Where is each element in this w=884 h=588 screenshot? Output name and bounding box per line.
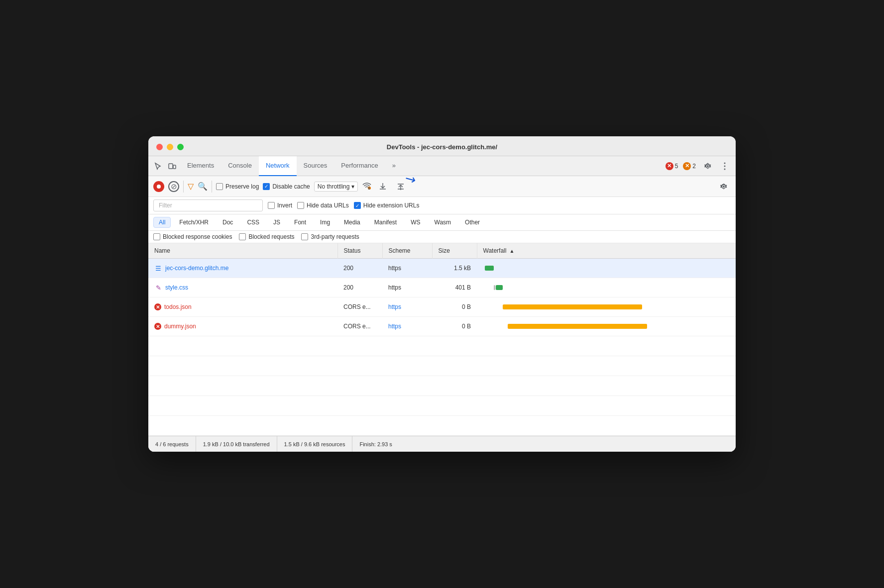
row-name-link[interactable]: style.css xyxy=(165,284,188,291)
error-row-icon: ✕ xyxy=(154,303,161,310)
export-button[interactable]: ↙ xyxy=(394,180,408,194)
tab-more[interactable]: » xyxy=(385,156,403,176)
type-btn-js[interactable]: JS xyxy=(268,217,286,228)
type-btn-media[interactable]: Media xyxy=(338,217,366,228)
throttle-select[interactable]: No throttling ▾ xyxy=(314,182,358,192)
invert-checkbox-box xyxy=(268,202,275,209)
table-row[interactable]: ✕ todos.json CORS e... https 0 B xyxy=(148,297,736,317)
table-empty-row xyxy=(148,396,736,416)
row-name-link[interactable]: dummy.json xyxy=(164,323,196,330)
status-finish: Finish: 2.93 s xyxy=(352,436,399,452)
preserve-log-checkbox-box xyxy=(216,183,223,190)
preserve-log-checkbox[interactable]: Preserve log xyxy=(216,183,259,190)
type-filter-row: All Fetch/XHR Doc CSS JS Font Img Media … xyxy=(148,214,736,231)
svg-point-2 xyxy=(724,162,726,164)
table-header-row: Name Status Scheme Size xyxy=(148,243,736,259)
network-table: Name Status Scheme Size xyxy=(148,243,736,436)
close-button[interactable] xyxy=(156,144,163,150)
row-size: 0 B xyxy=(432,317,477,336)
settings-gear-icon[interactable] xyxy=(701,159,715,173)
col-header-scheme[interactable]: Scheme xyxy=(382,243,432,259)
error-row-icon: ✕ xyxy=(154,323,161,330)
error-badge-red[interactable]: ✕ 5 xyxy=(665,162,678,170)
tab-sources[interactable]: Sources xyxy=(297,156,334,176)
tab-elements[interactable]: Elements xyxy=(180,156,221,176)
hide-data-urls-checkbox-box xyxy=(297,202,304,209)
row-status: 200 xyxy=(337,259,382,278)
import-icon[interactable] xyxy=(376,180,390,194)
blocked-requests-checkbox[interactable]: Blocked requests xyxy=(239,233,294,240)
tabs-bar: Elements Console Network Sources Perform… xyxy=(148,156,736,176)
type-btn-font[interactable]: Font xyxy=(289,217,312,228)
blocked-cookies-checkbox[interactable]: Blocked response cookies xyxy=(153,233,232,240)
doc-icon: ☰ xyxy=(154,264,162,272)
row-status: 200 xyxy=(337,278,382,297)
type-btn-css[interactable]: CSS xyxy=(241,217,265,228)
status-transferred: 1.9 kB / 10.0 kB transferred xyxy=(196,436,277,452)
sort-arrow-icon: ▲ xyxy=(509,248,514,254)
col-header-name[interactable]: Name xyxy=(148,243,337,259)
svg-rect-1 xyxy=(173,165,176,169)
hide-extension-urls-checkbox[interactable]: Hide extension URLs xyxy=(354,202,420,209)
col-header-size[interactable]: Size xyxy=(432,243,477,259)
hide-extension-urls-checkbox-box xyxy=(354,202,361,209)
clear-button[interactable]: ⊘ xyxy=(168,181,179,192)
status-requests: 4 / 6 requests xyxy=(148,436,196,452)
element-picker-icon[interactable] xyxy=(152,160,164,172)
hide-data-urls-checkbox[interactable]: Hide data URLs xyxy=(297,202,349,209)
minimize-button[interactable] xyxy=(167,144,173,150)
type-btn-wasm[interactable]: Wasm xyxy=(429,217,457,228)
tab-performance[interactable]: Performance xyxy=(334,156,385,176)
row-name-link[interactable]: todos.json xyxy=(164,303,192,310)
type-btn-other[interactable]: Other xyxy=(459,217,485,228)
third-party-checkbox[interactable]: 3rd-party requests xyxy=(301,233,359,240)
type-btn-all[interactable]: All xyxy=(153,217,171,228)
row-scheme: https xyxy=(382,259,432,278)
row-scheme: https xyxy=(382,297,432,317)
disable-cache-checkbox[interactable]: Disable cache xyxy=(263,183,310,190)
table-empty-row xyxy=(148,376,736,396)
type-btn-doc[interactable]: Doc xyxy=(217,217,238,228)
svg-rect-0 xyxy=(169,164,173,169)
tabs-right-area: ✕ 5 ✕ 2 xyxy=(665,159,732,173)
type-btn-img[interactable]: Img xyxy=(315,217,335,228)
table-empty-row xyxy=(148,416,736,436)
row-scheme: https xyxy=(382,317,432,336)
error-badge-orange[interactable]: ✕ 2 xyxy=(683,162,696,170)
device-toggle-icon[interactable] xyxy=(166,160,178,172)
type-btn-ws[interactable]: WS xyxy=(405,217,426,228)
disable-cache-checkbox-box xyxy=(263,183,270,190)
row-size: 1.5 kB xyxy=(432,259,477,278)
filter-input[interactable] xyxy=(153,199,263,211)
status-resources: 1.5 kB / 9.6 kB resources xyxy=(277,436,353,452)
filter-row: Invert Hide data URLs Hide extension URL… xyxy=(148,197,736,214)
tab-console[interactable]: Console xyxy=(221,156,259,176)
filter-icon[interactable]: ▽ xyxy=(188,182,194,191)
error-icon-red: ✕ xyxy=(665,162,673,170)
col-header-status[interactable]: Status xyxy=(337,243,382,259)
tab-network[interactable]: Network xyxy=(259,156,297,176)
css-icon: ✎ xyxy=(154,284,162,292)
maximize-button[interactable] xyxy=(177,144,184,150)
invert-checkbox[interactable]: Invert xyxy=(268,202,292,209)
type-btn-fetch[interactable]: Fetch/XHR xyxy=(174,217,214,228)
row-status: CORS e... xyxy=(337,317,382,336)
record-button[interactable] xyxy=(153,181,164,192)
table-row[interactable]: ✎ style.css 200 https 401 B xyxy=(148,278,736,297)
blocked-row: Blocked response cookies Blocked request… xyxy=(148,231,736,243)
table-row[interactable]: ☰ jec-cors-demo.glitch.me 200 https 1.5 … xyxy=(148,259,736,278)
table-row[interactable]: ✕ dummy.json CORS e... https 0 B xyxy=(148,317,736,336)
network-conditions-icon[interactable]: ! xyxy=(362,182,372,191)
row-name-link[interactable]: jec-cors-demo.glitch.me xyxy=(165,265,228,272)
table-empty-row xyxy=(148,336,736,356)
row-size: 0 B xyxy=(432,297,477,317)
row-scheme: https xyxy=(382,278,432,297)
row-size: 401 B xyxy=(432,278,477,297)
more-options-icon[interactable] xyxy=(718,159,732,173)
type-btn-manifest[interactable]: Manifest xyxy=(369,217,402,228)
network-settings-icon[interactable] xyxy=(717,180,731,194)
col-header-waterfall[interactable]: Waterfall ▲ xyxy=(477,243,736,259)
table-empty-row xyxy=(148,356,736,376)
search-icon[interactable]: 🔍 xyxy=(198,182,208,191)
devtools-window: DevTools - jec-cors-demo.glitch.me/ Elem… xyxy=(148,136,736,452)
